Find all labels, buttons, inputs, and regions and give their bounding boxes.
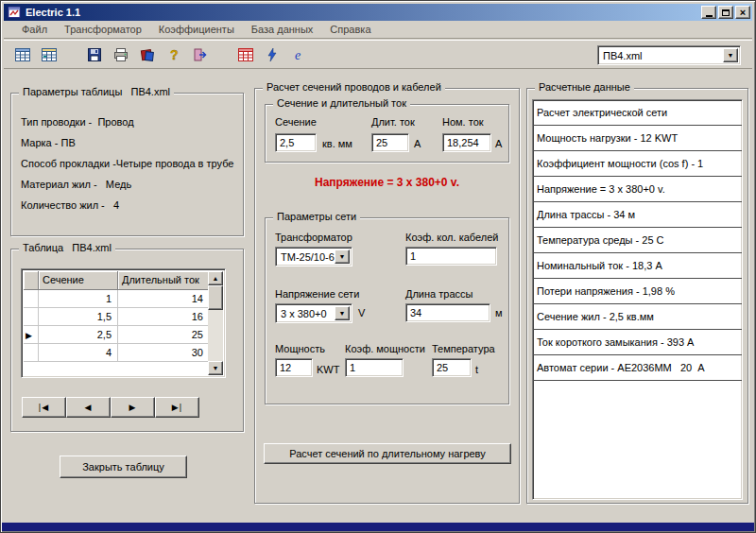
cell-current[interactable]: 30 [118, 344, 210, 362]
table-row[interactable]: 4 30 [24, 344, 210, 362]
transformer-combobox[interactable]: ТМ-25/10-6 ▼ [275, 247, 352, 266]
nav-next-button[interactable]: ▶ [111, 397, 155, 418]
file-combobox-dropdown-button[interactable]: ▼ [723, 48, 738, 62]
voltage-unit: V [358, 307, 365, 318]
nominal-current-input[interactable] [442, 133, 491, 152]
minimize-icon [706, 15, 713, 17]
section-label: Сечение [275, 116, 317, 128]
param-laying-method: Способ прокладки -Четыре провода в трубе [21, 158, 233, 169]
param-core-material: Материал жил - Медь [21, 179, 131, 190]
result-row: Длина трассы - 34 м [533, 202, 742, 228]
result-row: Напряжение = 3 х 380+0 v. [533, 177, 742, 202]
app-icon [8, 6, 21, 19]
toolbar: ? e ПВ4.xml ▼ [4, 40, 752, 69]
grid-col-current[interactable]: Длительный ток [118, 271, 210, 290]
transformer-label: Трансформатор [275, 232, 352, 243]
table-title: Таблица ПВ4.xml [19, 242, 115, 253]
temperature-input[interactable] [432, 358, 472, 377]
cell-section[interactable]: 2,5 [39, 326, 118, 344]
calc-group-title: Расчет сечений проводов и кабелей [263, 81, 445, 93]
section-input[interactable] [275, 133, 317, 152]
scroll-down-icon[interactable]: ▼ [208, 361, 223, 375]
result-row: Коэффициент мощности (cos f) - 1 [533, 151, 742, 177]
data-grid[interactable]: Сечение Длительный ток 1 14 1,5 16 ▶ 2,5… [21, 268, 226, 378]
nominal-current-unit: A [495, 138, 502, 149]
file-combobox-value: ПВ4.xml [600, 48, 723, 62]
menu-item-coefficients[interactable]: Коэффициенты [150, 22, 243, 37]
table-row[interactable]: ▶ 2,5 25 [24, 326, 210, 344]
table-delete-icon[interactable] [233, 43, 258, 66]
section-current-title: Сечение и длительный ток [273, 97, 410, 109]
nav-prior-button[interactable]: ◀ [66, 397, 111, 418]
temperature-label: Температура [432, 343, 495, 354]
e-symbol-icon[interactable]: e [286, 43, 311, 66]
print-icon[interactable] [109, 43, 133, 66]
bottom-edge-strip [2, 523, 754, 531]
grid-scrollbar[interactable]: ▲ ▼ [208, 271, 223, 375]
chevron-down-icon: ▼ [339, 310, 346, 317]
cell-current[interactable]: 25 [118, 326, 210, 344]
route-length-label: Длина трассы [405, 288, 472, 300]
cell-section[interactable]: 4 [39, 344, 118, 362]
chevron-down-icon: ▼ [728, 52, 734, 59]
exit-icon[interactable] [188, 43, 213, 66]
duration-current-label: Длит. ток [371, 116, 415, 128]
lightning-icon[interactable] [260, 43, 284, 66]
cell-section[interactable]: 1 [39, 290, 118, 308]
table-icon[interactable] [10, 43, 35, 66]
grid-col-section[interactable]: Сечение [39, 271, 118, 290]
svg-text:e: e [295, 48, 301, 62]
db-navigator: |◀ ◀ ▶ ▶| [22, 397, 199, 418]
nav-last-button[interactable]: ▶| [155, 397, 199, 418]
calc-group: Расчет сечений проводов и кабелей Сечени… [254, 88, 520, 504]
transformer-combobox-value: ТМ-25/10-6 [278, 249, 335, 264]
route-length-unit: м [495, 307, 503, 318]
route-length-input[interactable] [405, 303, 490, 322]
cable-coef-label: Коэф. кол. кабелей [405, 232, 498, 243]
menu-item-database[interactable]: База данных [243, 22, 322, 37]
table-row[interactable]: 1,5 16 [24, 308, 210, 326]
result-row: Номинальный ток - 18,3 А [533, 253, 742, 279]
grid-body: Сечение Длительный ток 1 14 1,5 16 ▶ 2,5… [24, 271, 210, 375]
table-params-group: Параметры таблицы ПВ4.xml Тип проводки -… [10, 93, 244, 236]
voltage-note: Напряжение = 3 x 380+0 v. [255, 176, 519, 189]
report-icon[interactable] [37, 43, 61, 66]
menu-item-transformer[interactable]: Трансформатор [56, 22, 150, 37]
close-table-button[interactable]: Закрыть таблицу [60, 456, 187, 478]
voltage-combobox-value: 3 х 380+0 [278, 306, 335, 320]
network-params-title: Параметры сети [273, 211, 360, 222]
titlebar[interactable]: Electric 1.1 × [4, 4, 752, 21]
duration-current-input[interactable] [371, 133, 409, 152]
duration-current-unit: A [414, 138, 421, 149]
nav-first-button[interactable]: |◀ [22, 397, 66, 418]
close-icon: × [740, 8, 746, 18]
menu-item-help[interactable]: Справка [321, 22, 379, 37]
save-icon[interactable] [82, 43, 107, 66]
voltage-combobox[interactable]: 3 х 380+0 ▼ [275, 303, 352, 323]
menu-item-file[interactable]: Файл [13, 22, 56, 37]
menubar: Файл Трансформатор Коэффициенты База дан… [4, 21, 752, 39]
param-brand: Марка - ПВ [21, 137, 76, 148]
table-row[interactable]: 1 14 [24, 290, 210, 308]
table-params-title: Параметры таблицы ПВ4.xml [19, 86, 174, 97]
calc-button[interactable]: Расчет сечений по длительному нагреву [264, 443, 511, 464]
scroll-up-icon[interactable]: ▲ [208, 271, 223, 285]
file-combobox[interactable]: ПВ4.xml ▼ [597, 45, 741, 65]
svg-text:?: ? [170, 47, 179, 62]
power-coef-input[interactable] [345, 358, 404, 377]
scrollbar-thumb[interactable] [208, 285, 223, 310]
power-input[interactable] [275, 358, 313, 377]
cell-current[interactable]: 14 [118, 290, 210, 308]
minimize-button[interactable] [701, 6, 716, 19]
transformer-dropdown-button[interactable]: ▼ [335, 249, 350, 264]
book-icon[interactable] [135, 43, 160, 66]
close-button[interactable]: × [735, 6, 750, 19]
help-icon[interactable]: ? [162, 43, 186, 66]
maximize-button[interactable] [718, 6, 733, 19]
window-title: Electric 1.1 [26, 7, 699, 18]
cell-current[interactable]: 16 [118, 308, 210, 326]
cell-section[interactable]: 1,5 [39, 308, 118, 326]
voltage-dropdown-button[interactable]: ▼ [335, 306, 350, 320]
maximize-icon [722, 9, 730, 16]
cable-coef-input[interactable] [405, 247, 497, 266]
